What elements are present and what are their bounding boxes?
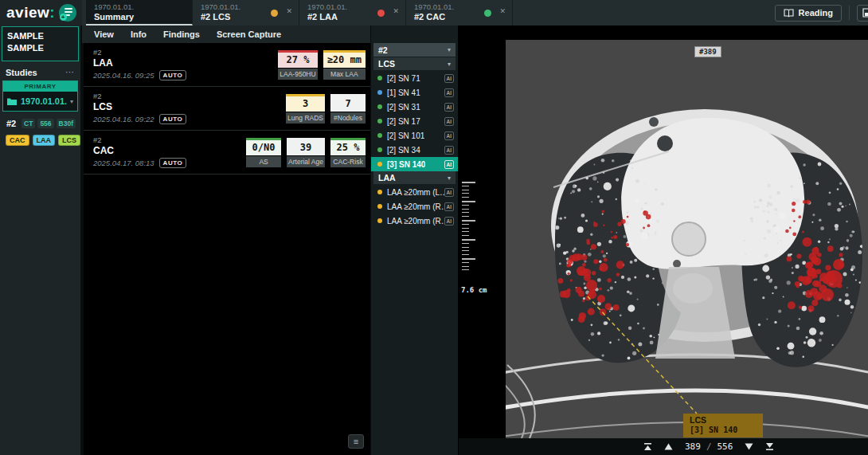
finding-label: [2] SN 17 bbox=[387, 117, 420, 126]
summary-cards: #2LAA2025.04.16. 09:25AUTO27 %LAA-950HU≥… bbox=[84, 43, 370, 175]
finding-item[interactable]: [2] SN 101AI bbox=[371, 128, 458, 143]
series-row[interactable]: #2 CT556B30f bbox=[0, 112, 80, 130]
series-select[interactable]: #2▾ bbox=[373, 43, 456, 57]
metric-label: Arterial Age bbox=[287, 156, 325, 167]
finding-item[interactable]: LAA ≥20mm (L…AI bbox=[371, 185, 458, 199]
tab--2-cac[interactable]: 1970.01.01.#2 CAC✕ bbox=[406, 0, 513, 25]
summary-card-laa[interactable]: #2LAA2025.04.16. 09:25AUTO27 %LAA-950HU≥… bbox=[84, 43, 370, 87]
finding-label: [2] SN 101 bbox=[387, 131, 424, 140]
first-slice-button[interactable] bbox=[643, 442, 652, 451]
finding-item[interactable]: [1] SN 41AI bbox=[371, 85, 458, 100]
summary-card-lcs[interactable]: #2LCS2025.04.16. 09:22AUTO3Lung RADS7#No… bbox=[84, 87, 370, 131]
summary-card-cac[interactable]: #2CAC2025.04.17. 08:13AUTO0/N0AS39Arteri… bbox=[84, 131, 370, 175]
ai-badge: AI bbox=[444, 188, 455, 197]
metric-lung-rads: 3Lung RADS bbox=[286, 94, 325, 127]
menu-item-findings[interactable]: Findings bbox=[163, 29, 200, 39]
tab--2-lcs[interactable]: 1970.01.01.#2 LCS✕ bbox=[193, 0, 299, 25]
finding-item[interactable]: LAA ≥20mm (R…AI bbox=[371, 199, 458, 214]
divider bbox=[849, 6, 850, 20]
slice-number-label: #389 bbox=[694, 46, 721, 57]
menu-item-info[interactable]: Info bbox=[131, 29, 147, 39]
metric-value: 27 % bbox=[278, 50, 317, 68]
ct-canvas[interactable] bbox=[506, 40, 868, 438]
module-badge-lcs: LCS bbox=[58, 135, 80, 146]
tab-summary[interactable]: 1970.01.01.Summary bbox=[86, 0, 193, 25]
status-dot bbox=[271, 10, 278, 17]
tab-label: Summary bbox=[94, 12, 186, 22]
close-icon[interactable]: ✕ bbox=[499, 7, 506, 15]
close-icon[interactable]: ✕ bbox=[393, 7, 399, 15]
topbar-actions: Reading bbox=[775, 0, 868, 25]
group-select-lcs[interactable]: LCS▾ bbox=[373, 57, 456, 70]
study-group: PRIMARY 1970.01.01. ▾ bbox=[2, 80, 78, 112]
auto-badge: AUTO bbox=[159, 114, 187, 124]
series-id: #2 bbox=[6, 119, 16, 128]
ai-badge: AI bbox=[444, 146, 455, 155]
reading-label: Reading bbox=[799, 8, 833, 18]
reading-button[interactable]: Reading bbox=[775, 5, 842, 22]
menu-item-view[interactable]: View bbox=[94, 29, 114, 39]
more-options-icon[interactable]: ⋯ bbox=[65, 67, 75, 77]
ruler-label: 7.6 cm bbox=[461, 286, 487, 294]
card-timestamp: 2025.04.16. 09:22 bbox=[93, 115, 154, 124]
ruler-tick bbox=[462, 228, 469, 229]
metric-value: 39 bbox=[287, 138, 325, 155]
next-slice-button[interactable] bbox=[745, 443, 753, 450]
study-row[interactable]: 1970.01.01. ▾ bbox=[3, 92, 77, 111]
metric-label: Lung RADS bbox=[286, 112, 325, 124]
ruler-tick bbox=[462, 266, 469, 267]
top-bar: aview: + 1970.01.01.Summary1970.01.01.#2… bbox=[0, 0, 868, 25]
metric-value: ≥20 mm bbox=[323, 50, 366, 68]
annotation-module: LCS bbox=[690, 415, 763, 425]
patient-banner[interactable]: SAMPLE SAMPLE bbox=[2, 26, 79, 61]
ai-badge: AI bbox=[444, 160, 455, 169]
ruler-tick bbox=[462, 235, 469, 236]
module-badge-cac: CAC bbox=[6, 135, 29, 146]
finding-dot bbox=[377, 119, 382, 124]
finding-item[interactable]: [2] SN 71AI bbox=[371, 71, 458, 85]
finding-item[interactable]: [2] SN 34AI bbox=[371, 143, 458, 157]
metric-max-laa: ≥20 mmMax LAA bbox=[323, 50, 366, 83]
chevron-down-icon[interactable]: ▾ bbox=[70, 98, 73, 105]
finding-item[interactable]: [2] SN 17AI bbox=[371, 114, 458, 128]
card-name: CAC bbox=[93, 145, 186, 156]
group-select-laa[interactable]: LAA▾ bbox=[373, 171, 456, 184]
studies-header: Studies ⋯ bbox=[0, 61, 80, 80]
tab-strip: 1970.01.01.Summary1970.01.01.#2 LCS✕1970… bbox=[86, 0, 513, 25]
total-slices: 556 bbox=[717, 441, 733, 452]
logo-text: aview bbox=[6, 4, 49, 22]
finding-dot bbox=[377, 190, 382, 194]
tab-label: #2 LAA bbox=[307, 12, 399, 22]
save-button[interactable] bbox=[857, 5, 868, 22]
summary-list-button[interactable]: ≡ bbox=[348, 434, 364, 449]
ruler-tick bbox=[462, 186, 469, 186]
metric-value: 7 bbox=[330, 94, 366, 112]
annotation-id: [3] SN 140 bbox=[690, 425, 763, 435]
ai-badge: AI bbox=[444, 217, 455, 226]
patient-name-line2: SAMPLE bbox=[7, 42, 73, 54]
finding-item[interactable]: [2] SN 31AI bbox=[371, 100, 458, 114]
last-slice-button[interactable] bbox=[765, 442, 774, 451]
card-metrics: 27 %LAA-950HU≥20 mmMax LAA bbox=[278, 50, 366, 83]
ruler-tick bbox=[462, 243, 469, 244]
metric-value: 25 % bbox=[330, 138, 366, 155]
close-icon[interactable]: ✕ bbox=[286, 7, 292, 15]
finding-item[interactable]: LAA ≥20mm (R…AI bbox=[371, 214, 458, 228]
menu-item-screen-capture[interactable]: Screen Capture bbox=[217, 29, 281, 39]
card-name: LCS bbox=[93, 101, 186, 112]
ruler-tick bbox=[462, 201, 475, 202]
metric-label: Max LAA bbox=[323, 69, 366, 80]
metric-value: 0/N0 bbox=[246, 138, 281, 155]
group-select-value: LCS bbox=[378, 59, 395, 69]
series-badge: 556 bbox=[37, 119, 53, 128]
tab-label: #2 LCS bbox=[201, 12, 292, 22]
tab-date: 1970.01.01. bbox=[414, 2, 506, 12]
status-dot bbox=[484, 10, 491, 17]
ruler-tick bbox=[462, 190, 469, 190]
finding-item[interactable]: [3] SN 140AI bbox=[371, 157, 458, 171]
slice-counter: 389 / 556 bbox=[685, 441, 733, 452]
previous-slice-button[interactable] bbox=[664, 443, 673, 450]
tab--2-laa[interactable]: 1970.01.01.#2 LAA✕ bbox=[299, 0, 406, 25]
card-time-row: 2025.04.16. 09:25AUTO bbox=[93, 70, 186, 80]
app-logo: aview: + bbox=[0, 0, 82, 25]
